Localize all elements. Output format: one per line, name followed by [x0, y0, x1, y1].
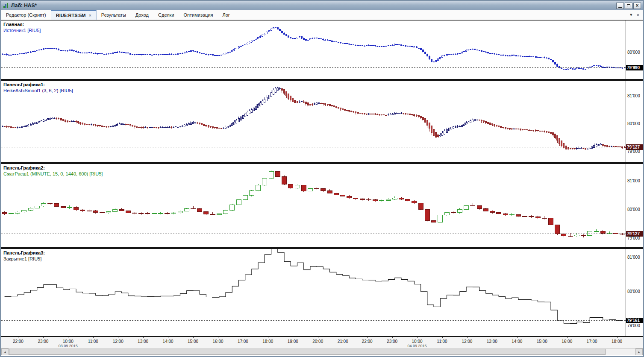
time-tick: [293, 337, 293, 338]
time-tick: [268, 337, 268, 338]
close-icon: ×: [635, 3, 638, 8]
minimize-button[interactable]: [616, 3, 624, 9]
time-tick: [392, 337, 393, 338]
time-tick: [193, 337, 194, 338]
tab-editor[interactable]: Редактор (Скрипт): [1, 10, 51, 20]
time-tick: [43, 337, 44, 338]
tab-label: Редактор (Скрипт): [6, 12, 46, 18]
y-axis-label: 79'000: [627, 235, 640, 240]
y-axis-label: 80'000: [627, 121, 640, 126]
time-tick: [517, 337, 518, 338]
scroll-left-button[interactable]: ◄: [1, 348, 9, 355]
time-label: 22:00: [362, 339, 373, 344]
pane-close-icon[interactable]: ×: [637, 12, 639, 18]
maximize-button[interactable]: [625, 3, 632, 9]
time-tick: [168, 337, 168, 338]
time-label: 12:00: [113, 339, 124, 344]
time-tick: [442, 337, 443, 338]
tab-chart-riu5[interactable]: RIU5:RTS:5M ×: [51, 10, 97, 20]
time-tick: [617, 337, 618, 338]
compressed-candle-chart[interactable]: [1, 164, 626, 247]
time-label: 10:00: [412, 339, 422, 344]
app-icon: [3, 3, 9, 9]
time-label: 14:00: [512, 339, 522, 344]
time-label: 19:00: [288, 339, 298, 344]
time-label: 16:00: [562, 339, 572, 344]
tab-label: Сделки: [158, 12, 174, 18]
time-tick: [567, 337, 568, 338]
time-label: 18:00: [262, 339, 273, 344]
time-label: 23:00: [387, 339, 397, 344]
time-label: 20:00: [312, 339, 323, 344]
minimize-icon: [618, 7, 622, 8]
heiken-ashi-chart[interactable]: [1, 81, 626, 162]
chart-area: Главная: Источник1 [RIU5] 79'990 80'000 …: [1, 20, 643, 336]
tab-trades[interactable]: Сделки: [153, 10, 179, 20]
chart-panel-main: Главная: Источник1 [RIU5] 79'990 80'000: [1, 20, 643, 79]
y-axis-label: 80'000: [627, 289, 640, 294]
tab-income[interactable]: Доход: [131, 10, 153, 20]
time-label: 14:00: [163, 339, 173, 344]
time-tick: [492, 337, 492, 338]
time-label: 11:00: [88, 339, 98, 344]
tab-label: Лог: [223, 12, 230, 18]
chart-panel-close-line: ПанельГрафика3: Закрытие1 [RIU5] 79'161 …: [1, 249, 643, 336]
scroll-right-button[interactable]: ►: [635, 348, 643, 355]
tab-optimization[interactable]: Оптимизация: [179, 10, 218, 20]
y-axis-label: 81'000: [627, 94, 640, 98]
y-axis-label: 80'000: [627, 207, 640, 211]
price-axis: 79'990 80'000: [626, 20, 643, 79]
price-axis: 79'161 81'00080'00079'000: [626, 249, 643, 336]
chart-panel-heiken-ashi: ПанельГрафика1: HeikeAshiSmoot1 (3, 6, 2…: [1, 81, 643, 162]
time-label: 17:00: [587, 339, 597, 344]
window-title: Лаб: HAS*: [11, 3, 37, 9]
time-label: 15:00: [188, 339, 198, 344]
time-label: 15:00: [537, 339, 547, 344]
time-label: 11:00: [437, 339, 447, 344]
time-tick: [367, 337, 368, 338]
time-tick: [542, 337, 542, 338]
scrollbar-track[interactable]: [9, 348, 635, 355]
tab-label: Результаты: [101, 12, 126, 18]
tab-menu-icon[interactable]: ▾: [630, 12, 632, 18]
time-label: 17:00: [238, 339, 248, 344]
y-axis-label: 81'000: [627, 178, 640, 183]
scrollbar-thumb[interactable]: [9, 349, 606, 355]
tab-label: Оптимизация: [184, 12, 213, 18]
tab-log[interactable]: Лог: [218, 10, 235, 20]
source-candle-chart[interactable]: [1, 20, 626, 79]
time-tick: [118, 337, 118, 338]
y-axis-label: 80'000: [627, 50, 640, 54]
maximize-icon: [627, 4, 630, 7]
time-tick: [68, 337, 68, 338]
time-tick: [243, 337, 243, 338]
titlebar[interactable]: Лаб: HAS* ×: [1, 1, 643, 10]
date-label: 04.09.2015: [407, 344, 426, 348]
app-window: Лаб: HAS* × Редактор (Скрипт) RIU5:RTS:5…: [0, 0, 644, 357]
time-label: 21:00: [338, 339, 348, 344]
date-label: 03.09.2015: [59, 344, 78, 348]
time-label: 23:00: [38, 339, 48, 344]
time-tick: [143, 337, 144, 338]
time-label: 13:00: [138, 339, 148, 344]
time-tick: [93, 337, 94, 338]
time-label: 13:00: [487, 339, 497, 344]
time-tick: [343, 337, 343, 338]
close-line-chart[interactable]: [1, 249, 626, 336]
time-label: 22:00: [13, 339, 24, 344]
tab-label: RIU5:RTS:5M: [56, 13, 86, 18]
close-button[interactable]: ×: [633, 3, 641, 9]
time-tick: [417, 337, 418, 338]
time-tick: [592, 337, 592, 338]
time-label: 10:00: [63, 339, 74, 344]
time-tick: [318, 337, 318, 338]
last-price-badge: 79'990: [626, 65, 643, 70]
time-label: 12:00: [462, 339, 472, 344]
tab-close-icon[interactable]: ×: [88, 13, 91, 18]
y-axis-label: 79'000: [627, 323, 640, 328]
time-tick: [18, 337, 18, 338]
time-label: 16:00: [212, 339, 223, 344]
time-tick: [467, 337, 468, 338]
time-label: 18:00: [612, 339, 622, 344]
tab-results[interactable]: Результаты: [97, 10, 131, 20]
